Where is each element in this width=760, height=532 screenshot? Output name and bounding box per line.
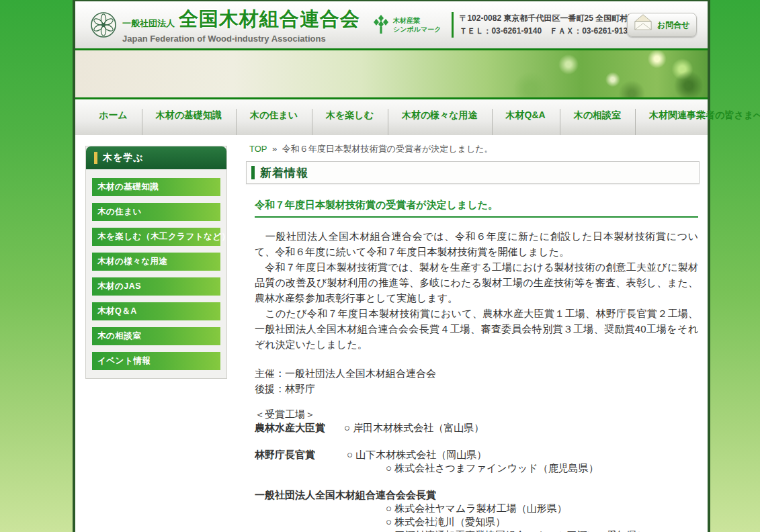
contact-button-label: お問合せ (657, 19, 690, 31)
org-emblem-icon (90, 11, 117, 38)
tree-symbol-icon (372, 15, 390, 35)
logo-text: 一般社団法人 全国木材組合連合会 Japan Federation of Woo… (122, 6, 360, 44)
site-header: 一般社団法人 全国木材組合連合会 Japan Federation of Woo… (75, 1, 708, 48)
sidebar-item-consultation[interactable]: 木の相談室 (92, 327, 220, 345)
breadcrumb-current: 令和６年度日本製材技術賞の受賞者が決定しました。 (282, 144, 493, 154)
sidebar-item-wood-basics[interactable]: 木材の基礎知識 (92, 178, 220, 196)
sidebar-item-wood-uses[interactable]: 木材の様々な用途 (92, 253, 220, 271)
main-nav: ホーム 木材の基礎知識 木の住まい 木を楽しむ 木材の様々な用途 木材Q&A 木… (75, 99, 708, 135)
sidebar-item-wood-jas[interactable]: 木材のJAS (92, 277, 220, 296)
nav-item-consultation[interactable]: 木の相談室 (560, 99, 635, 135)
sidebar-header: 木を学ぶ (86, 146, 226, 169)
article-paragraph: 令和７年度日本製材技術賞では、製材を生産する工場における製材技術の創意工夫並びに… (255, 259, 698, 306)
nav-item-wood-qa[interactable]: 木材Q&A (492, 99, 560, 135)
sidebar-item-enjoy-wood[interactable]: 木を楽しむ（木工クラフトなど） (92, 228, 220, 246)
sidebar-header-label: 木を学ぶ (103, 152, 144, 164)
article-paragraph: 一般社団法人全国木材組合連合会では、令和６年度に新たに創設した日本製材技術賞につ… (255, 228, 698, 259)
org-name-en: Japan Federation of Wood-industry Associ… (122, 34, 360, 44)
contact-button[interactable]: お問合せ (627, 13, 697, 37)
organizer-line: 主催：一般社団法人全国木材組合連合会 (255, 365, 698, 381)
section-title: 新着情報 (260, 165, 308, 181)
green-bar-icon (251, 166, 255, 179)
award-group: 林野庁長官賞 ○ 山下木材株式会社（岡山県） ○ 株式会社さつまファインウッド（… (255, 448, 698, 475)
award-name: 農林水産大臣賞 (255, 421, 344, 435)
sidebar-item-event-info[interactable]: イベント情報 (92, 352, 220, 370)
org-name: 全国木材組合連合会 (179, 6, 360, 33)
award-group: 農林水産大臣賞 ○ 岸田木材株式会社（富山県） (255, 421, 698, 435)
envelope-icon (630, 13, 656, 31)
breadcrumb: TOP » 令和６年度日本製材技術賞の受賞者が決定しました。 (249, 143, 700, 155)
award-winner: ○ 山下木材株式会社（岡山県） (347, 448, 487, 461)
main-content: TOP » 令和６年度日本製材技術賞の受賞者が決定しました。 新着情報 令和７年… (246, 135, 700, 532)
hero-banner-image (75, 50, 708, 97)
symbol-mark-label: 木材産業 シンボルマーク (393, 16, 441, 34)
content-area: 木を学ぶ 木材の基礎知識 木の住まい 木を楽しむ（木工クラフトなど） 木材の様々… (75, 135, 708, 532)
section-heading-box: 新着情報 (246, 161, 700, 184)
site-logo[interactable]: 一般社団法人 全国木材組合連合会 Japan Federation of Woo… (90, 6, 360, 44)
award-winner: ○ 株式会社ヤマムラ製材工場（山形県） (386, 502, 567, 515)
wood-symbol-mark: 木材産業 シンボルマーク (372, 15, 441, 35)
article: 令和７年度日本製材技術賞の受賞者が決定しました。 一般社団法人全国木材組合連合会… (255, 199, 698, 532)
nav-item-wood-housing[interactable]: 木の住まい (236, 99, 312, 135)
breadcrumb-top-link[interactable]: TOP (249, 144, 267, 154)
nav-item-business-operators[interactable]: 木材関連事業者の皆さまへ (635, 99, 760, 135)
breadcrumb-separator: » (272, 144, 277, 154)
nav-item-home[interactable]: ホーム (85, 99, 142, 135)
article-paragraph: このたび令和７年度日本製材技術賞において、農林水産大臣賞１工場、林野庁長官賞２工… (255, 306, 698, 352)
sidebar-item-wood-housing[interactable]: 木の住まい (92, 203, 220, 221)
sidebar-item-wood-qa[interactable]: 木材Q＆A (92, 302, 220, 320)
nav-item-enjoy-wood[interactable]: 木を楽しむ (312, 99, 388, 135)
award-name: 一般社団法人全国木材組合連合会会長賞 (255, 488, 436, 502)
nav-item-wood-uses[interactable]: 木材の様々な用途 (388, 99, 492, 135)
sidebar: 木を学ぶ 木材の基礎知識 木の住まい 木を楽しむ（木工クラフトなど） 木材の様々… (85, 146, 227, 379)
award-winner: ○ 岸田木材株式会社（富山県） (344, 421, 484, 435)
supporter-line: 後援：林野庁 (255, 381, 698, 396)
org-type: 一般社団法人 (122, 17, 175, 33)
winners-heading: ＜受賞工場＞ (255, 408, 698, 421)
award-group: 一般社団法人全国木材組合連合会会長賞 ○ 株式会社ヤマムラ製材工場（山形県） ○… (255, 488, 698, 532)
award-winner: ○ 三河材流通加工事業協同組合（ホルツ三河）（愛知県） (386, 529, 647, 532)
award-winner: ○ 株式会社滝川（愛知県） (386, 515, 505, 529)
article-title: 令和７年度日本製材技術賞の受賞者が決定しました。 (255, 199, 698, 218)
award-winner: ○ 株式会社さつまファインウッド（鹿児島県） (386, 461, 599, 475)
nav-item-wood-basics[interactable]: 木材の基礎知識 (142, 99, 236, 135)
page-container: 一般社団法人 全国木材組合連合会 Japan Federation of Woo… (73, 0, 710, 532)
gold-bar-icon (94, 152, 97, 164)
award-name: 林野庁長官賞 (255, 448, 347, 461)
